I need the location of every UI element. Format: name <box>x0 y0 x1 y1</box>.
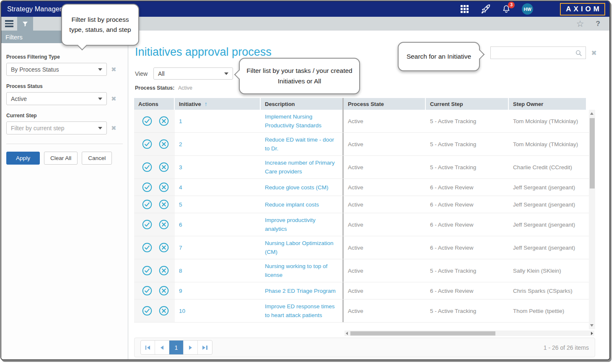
description-link[interactable]: Increase number of Primary Care provider… <box>265 158 338 176</box>
approve-icon[interactable] <box>142 305 153 316</box>
actions-cell <box>134 196 175 213</box>
description-link[interactable]: Reduce implant costs <box>265 200 319 209</box>
clear-current-step-icon[interactable]: ✖ <box>111 124 117 132</box>
approve-icon[interactable] <box>142 242 153 253</box>
avatar[interactable]: HW <box>522 3 533 15</box>
main-panel: Initiatives approval process View All Pr… <box>128 31 609 360</box>
reject-icon[interactable] <box>158 265 169 276</box>
reject-icon[interactable] <box>158 139 169 150</box>
scroll-left-icon[interactable] <box>346 332 348 335</box>
approve-icon[interactable] <box>142 139 153 150</box>
clear-search-icon[interactable]: ✖ <box>591 49 597 57</box>
description-link[interactable]: Reduce glove costs (CM) <box>265 183 329 192</box>
filter-funnel-icon[interactable] <box>17 17 33 31</box>
step-owner-cell: Jeff Sergeant (jsergeant) <box>509 236 587 259</box>
reject-icon[interactable] <box>158 182 169 193</box>
description-link[interactable]: Improve productivity analytics <box>265 216 338 233</box>
current-step-select[interactable]: Filter by current step <box>6 121 107 134</box>
actions-cell <box>134 110 175 132</box>
initiative-link[interactable]: 10 <box>179 307 185 315</box>
menu-icon[interactable] <box>1 17 17 31</box>
reject-icon[interactable] <box>158 199 169 210</box>
step-owner-cell: Jeff Sergeant (jsergeant) <box>509 213 587 236</box>
initiative-link[interactable]: 9 <box>179 287 182 295</box>
initiative-link[interactable]: 1 <box>179 117 182 126</box>
scroll-up-icon[interactable] <box>590 112 593 115</box>
search-icon[interactable] <box>575 49 582 57</box>
table-row: 7Nursing Labor Optimization (CM)Active6 … <box>134 236 595 259</box>
current-step-cell: 6 - Active Review <box>426 282 509 299</box>
apply-button[interactable]: Apply <box>6 152 40 165</box>
description-link[interactable]: Phase 2 ED Triage Program <box>265 287 336 295</box>
scroll-right-icon[interactable] <box>591 332 593 335</box>
reject-icon[interactable] <box>158 305 169 316</box>
page-title: Initiatives approval process <box>135 46 272 59</box>
current-page-button[interactable]: 1 <box>169 341 184 354</box>
bell-icon[interactable]: 3 <box>501 4 512 15</box>
first-page-button[interactable] <box>141 341 155 354</box>
step-owner-cell: Thom Pettie (tpettie) <box>509 299 587 322</box>
process-status-select[interactable]: Active <box>6 92 107 105</box>
help-icon[interactable]: ? <box>596 20 600 28</box>
column-header-step-owner[interactable]: Step Owner <box>509 98 587 110</box>
view-label: View <box>135 70 148 77</box>
initiative-link[interactable]: 7 <box>179 243 182 252</box>
reject-icon[interactable] <box>158 162 169 173</box>
clear-filter-type-icon[interactable]: ✖ <box>111 66 117 73</box>
initiative-link[interactable]: 6 <box>179 220 182 229</box>
process-status-value: Active <box>11 96 27 102</box>
apps-grid-icon[interactable] <box>459 4 470 15</box>
last-page-button[interactable] <box>198 341 212 354</box>
column-header-current-step[interactable]: Current Step <box>426 98 509 110</box>
horizontal-scroll-thumb[interactable] <box>350 331 495 336</box>
reject-icon[interactable] <box>158 116 169 126</box>
description-link[interactable]: Reduce ED wait time - door to Dr. <box>265 135 338 153</box>
search-input[interactable] <box>491 47 575 59</box>
scroll-down-icon[interactable] <box>590 324 593 327</box>
rocket-icon[interactable] <box>480 4 491 15</box>
reject-icon[interactable] <box>158 242 169 253</box>
approve-icon[interactable] <box>142 219 153 230</box>
clear-all-button[interactable]: Clear All <box>44 152 78 165</box>
process-filtering-type-select[interactable]: By Process Status <box>6 63 107 76</box>
vertical-scroll-thumb[interactable] <box>590 118 595 188</box>
current-step-cell: 6 - Active Review <box>426 196 509 213</box>
process-state-cell: Active <box>344 213 426 236</box>
current-step-label: Current Step <box>6 113 123 119</box>
process-filtering-type-label: Process Filtering Type <box>6 54 123 60</box>
vertical-scrollbar[interactable] <box>589 110 595 329</box>
approve-icon[interactable] <box>142 162 153 173</box>
next-page-button[interactable] <box>184 341 198 354</box>
table-row: 1Implement Nursing Productivity Standard… <box>134 110 595 133</box>
current-step-cell: 5 - Active Tracking <box>426 259 509 282</box>
description-link[interactable]: Nursing Labor Optimization (CM) <box>265 239 338 256</box>
initiative-link[interactable]: 5 <box>179 200 182 209</box>
column-header-process-state[interactable]: Process State <box>344 98 426 110</box>
description-link[interactable]: Implement Nursing Productivity Standards <box>265 112 338 130</box>
description-link[interactable]: Improve ED response times to heart attac… <box>265 302 338 320</box>
favorite-star-icon[interactable]: ☆ <box>576 19 584 28</box>
axiom-logo: AXIOM <box>560 3 605 15</box>
approve-icon[interactable] <box>142 285 153 296</box>
current-step-cell: 5 - Active Tracking <box>426 156 509 178</box>
approve-icon[interactable] <box>142 116 153 126</box>
column-header-description[interactable]: Description <box>261 98 344 110</box>
approve-icon[interactable] <box>142 199 153 210</box>
description-link[interactable]: Nursing working to top of license <box>265 262 338 279</box>
initiative-link[interactable]: 2 <box>179 140 182 149</box>
view-select[interactable]: All <box>153 67 233 80</box>
reject-icon[interactable] <box>158 285 169 296</box>
approve-icon[interactable] <box>142 182 153 193</box>
callout-search: Search for an Initiative <box>398 42 480 71</box>
initiative-link[interactable]: 8 <box>179 266 182 275</box>
previous-page-button[interactable] <box>155 341 169 354</box>
initiative-link[interactable]: 3 <box>179 163 182 172</box>
horizontal-scrollbar[interactable] <box>345 330 594 336</box>
actions-cell <box>134 179 175 196</box>
initiative-link[interactable]: 4 <box>179 183 182 192</box>
reject-icon[interactable] <box>158 219 169 230</box>
clear-process-status-icon[interactable]: ✖ <box>111 95 117 103</box>
column-header-initiative[interactable]: Initiative ↑ <box>175 98 261 110</box>
approve-icon[interactable] <box>142 265 153 276</box>
cancel-button[interactable]: Cancel <box>82 152 112 165</box>
